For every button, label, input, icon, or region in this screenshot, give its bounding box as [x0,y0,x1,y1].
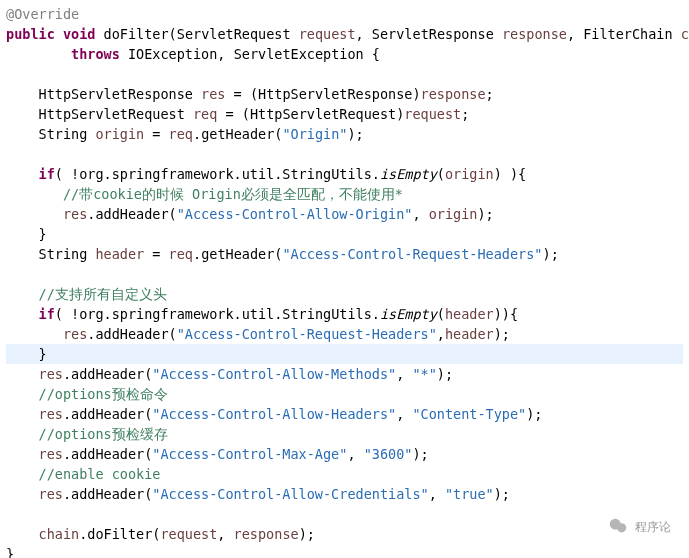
call: .addHeader( [87,206,176,222]
string: "Content-Type" [412,406,526,422]
var: chain [39,526,80,542]
string: "Access-Control-Allow-Credentials" [152,486,428,502]
annotation: @Override [6,6,79,22]
comment: //options预检缓存 [39,426,168,442]
param: request [299,26,356,42]
var: res [63,326,87,342]
type: String [39,246,88,262]
exception: IOException [128,46,217,62]
string: "Access-Control-Max-Age" [152,446,347,462]
param: chain [681,26,689,42]
type: HttpServletResponse [39,86,193,102]
string: "Origin" [282,126,347,142]
kw-if: if [39,306,55,322]
method-italic: isEmpty [380,306,437,322]
var: header [445,326,494,342]
type: HttpServletRequest [39,106,185,122]
svg-point-1 [617,523,626,532]
qualifier: !org.springframework.util.StringUtils. [71,306,380,322]
comment: //enable cookie [39,466,161,482]
comment: //options预检命令 [39,386,168,402]
var: res [39,486,63,502]
string: "Access-Control-Allow-Headers" [152,406,396,422]
exception: ServletException [234,46,364,62]
call: .doFilter( [79,526,160,542]
call: .addHeader( [87,326,176,342]
string: "Access-Control-Request-Headers" [177,326,437,342]
type: FilterChain [583,26,672,42]
method-name: doFilter [104,26,169,42]
var: res [39,406,63,422]
call: .addHeader( [63,446,152,462]
kw-if: if [39,166,55,182]
var: res [39,366,63,382]
var: header [445,306,494,322]
string: "true" [445,486,494,502]
method-italic: isEmpty [380,166,437,182]
param: response [502,26,567,42]
comment: //带cookie的时候 Origin必须是全匹配，不能使用* [63,186,403,202]
highlighted-line: } [6,344,683,364]
call: .addHeader( [63,486,152,502]
call: .getHeader( [193,246,282,262]
watermark: 程序论 [607,515,671,540]
var: res [39,446,63,462]
kw-void: void [63,26,96,42]
qualifier: !org.springframework.util.StringUtils. [71,166,380,182]
code-block: @Override public void doFilter(ServletRe… [0,0,689,558]
type: ServletRequest [177,26,291,42]
var: origin [445,166,494,182]
string: "Access-Control-Allow-Methods" [152,366,396,382]
var: res [63,206,87,222]
string: "*" [412,366,436,382]
kw-throws: throws [71,46,120,62]
string: "3600" [364,446,413,462]
cast: (HttpServletRequest) [242,106,405,122]
var: req [169,126,193,142]
var: response [421,86,486,102]
var: response [234,526,299,542]
cast: (HttpServletResponse) [250,86,421,102]
call: .addHeader( [63,366,152,382]
var: req [193,106,217,122]
string: "Access-Control-Request-Headers" [282,246,542,262]
wechat-icon [607,515,629,540]
var: header [95,246,144,262]
type: ServletResponse [372,26,494,42]
var: origin [95,126,144,142]
var: request [404,106,461,122]
var: res [201,86,225,102]
comment: //支持所有自定义头 [39,286,167,302]
call: .getHeader( [193,126,282,142]
call: .addHeader( [63,406,152,422]
var: req [169,246,193,262]
type: String [39,126,88,142]
kw-public: public [6,26,55,42]
var: request [160,526,217,542]
var: origin [429,206,478,222]
string: "Access-Control-Allow-Origin" [177,206,413,222]
watermark-text: 程序论 [635,519,671,536]
